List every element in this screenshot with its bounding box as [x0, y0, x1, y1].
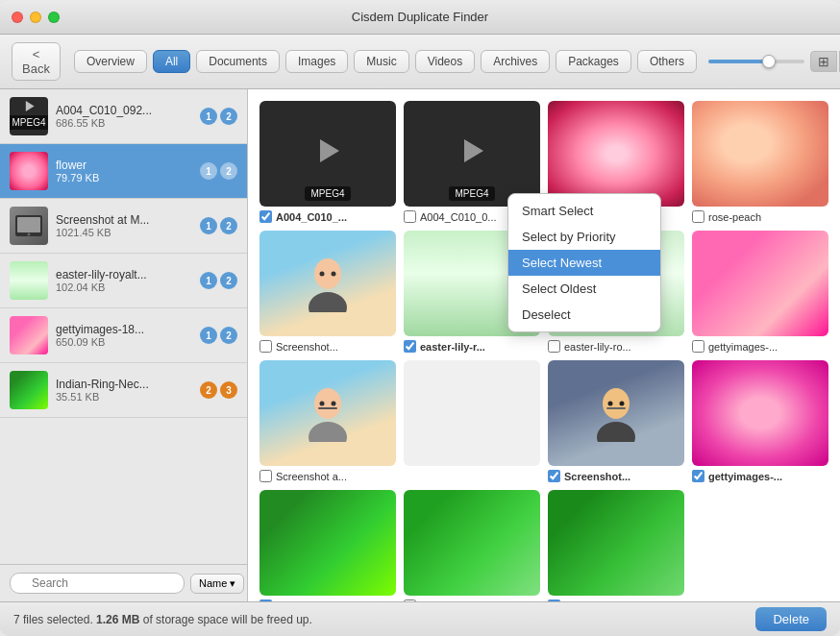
- sidebar-footer: 🔍 Name ▾: [0, 564, 247, 601]
- item-size-4: 650.09 KB: [56, 336, 192, 348]
- tab-images[interactable]: Images: [285, 50, 348, 73]
- svg-point-9: [332, 272, 336, 277]
- zoom-slider[interactable]: [708, 60, 804, 63]
- sidebar-item-3[interactable]: easter-lily-royalt... 102.04 KB 1 2: [0, 254, 247, 308]
- main-window: Cisdem Duplicate Finder < Back Overview …: [0, 0, 840, 636]
- dropdown-menu: Smart Select Select by Priority Select N…: [507, 193, 661, 332]
- grid-label-text-2-3: gettyimages-...: [708, 471, 828, 482]
- sidebar-item-5[interactable]: Indian-Ring-Nec... 35.51 KB 2 3: [0, 363, 247, 418]
- search-input[interactable]: [10, 573, 185, 594]
- badge-4-1: 1: [200, 327, 217, 344]
- item-name-4: gettyimages-18...: [56, 323, 192, 336]
- grid-label-text-3-1: Indian-Ring-...: [420, 600, 540, 602]
- sidebar: MPEG4 A004_C010_092... 686.55 KB 1 2: [0, 89, 248, 601]
- badge-0-1: 1: [200, 108, 217, 125]
- svg-rect-2: [17, 217, 40, 232]
- grid-label-text-1-2: easter-lily-ro...: [564, 341, 684, 353]
- grid-view-button[interactable]: ⊞: [810, 51, 837, 72]
- grid-label-text-1-0: Screenshot...: [276, 341, 396, 353]
- svg-marker-4: [320, 139, 339, 162]
- item-thumb-4: [10, 316, 48, 355]
- sidebar-item-0[interactable]: MPEG4 A004_C010_092... 686.55 KB 1 2: [0, 89, 247, 144]
- item-thumb-5: [10, 371, 48, 409]
- maximize-button[interactable]: [48, 12, 60, 23]
- grid-checkbox-1-3[interactable]: [692, 340, 704, 353]
- tab-overview[interactable]: Overview: [74, 50, 147, 73]
- item-name-3: easter-lily-royalt...: [56, 268, 192, 281]
- delete-button[interactable]: Delete: [755, 607, 827, 631]
- minimize-button[interactable]: [30, 12, 41, 23]
- grid-thumb-2-1: [404, 360, 540, 466]
- sort-button[interactable]: Name ▾: [190, 574, 244, 594]
- badge-2-1: 1: [200, 217, 217, 234]
- tab-others[interactable]: Others: [637, 50, 697, 73]
- grid-item-2-0: Screenshot a...: [259, 360, 396, 482]
- sidebar-item-2[interactable]: Screenshot at M... 1021.45 KB 1 2: [0, 199, 247, 254]
- grid-checkbox-0-3[interactable]: [692, 210, 704, 223]
- sidebar-item-4[interactable]: gettyimages-18... 650.09 KB 1 2: [0, 308, 247, 363]
- item-thumb-0: MPEG4: [10, 97, 48, 135]
- status-suffix: of storage space will be freed up.: [139, 613, 311, 626]
- tab-archives[interactable]: Archives: [481, 50, 550, 73]
- back-button[interactable]: < Back: [12, 42, 61, 81]
- toolbar: < Back Overview All Documents Images Mus…: [0, 35, 840, 89]
- grid-checkbox-3-0[interactable]: [259, 599, 272, 601]
- grid-checkbox-1-1[interactable]: [404, 340, 416, 353]
- grid-thumb-0-3: [692, 101, 828, 207]
- grid-thumb-1-0: [259, 231, 396, 336]
- close-button[interactable]: [12, 12, 23, 23]
- menu-item-smart-select[interactable]: Smart Select: [508, 198, 660, 224]
- menu-item-select-oldest[interactable]: Select Oldest: [508, 276, 660, 302]
- window-title: Cisdem Duplicate Finder: [352, 10, 488, 24]
- grid-item-0-0: MPEG4 A004_C010_...: [259, 101, 396, 223]
- item-thumb-1: [10, 152, 48, 190]
- grid-checkbox-2-3[interactable]: [692, 470, 704, 482]
- grid-checkbox-1-0[interactable]: [259, 340, 272, 353]
- grid-thumb-2-2: [548, 360, 684, 466]
- grid-checkbox-2-2[interactable]: [548, 470, 560, 482]
- grid-thumb-3-0: [259, 490, 396, 596]
- item-info-2: Screenshot at M... 1021.45 KB: [56, 213, 192, 238]
- grid-checkbox-0-1[interactable]: [404, 210, 416, 223]
- traffic-lights: [12, 12, 60, 23]
- grid-checkbox-2-0[interactable]: [259, 470, 272, 482]
- badge-3-1: 1: [200, 272, 217, 289]
- grid-item-3-0: Indian-Ring-...: [259, 490, 396, 601]
- tab-packages[interactable]: Packages: [556, 50, 631, 73]
- mpeg4-label-0: MPEG4: [305, 186, 350, 201]
- svg-point-3: [28, 233, 31, 236]
- menu-item-select-newest[interactable]: Select Newest: [508, 250, 660, 276]
- grid-item-2-3: gettyimages-...: [692, 360, 828, 482]
- grid-checkbox-3-1[interactable]: [404, 599, 416, 601]
- grid-thumb-2-0: [259, 360, 396, 466]
- grid-checkbox-1-2[interactable]: [548, 340, 560, 353]
- grid-thumb-0-1: MPEG4: [404, 101, 540, 207]
- grid-label-2-2: Screenshot...: [548, 470, 684, 482]
- tab-music[interactable]: Music: [354, 50, 408, 73]
- grid-label-3-0: Indian-Ring-...: [259, 599, 396, 601]
- tab-all[interactable]: All: [153, 50, 190, 73]
- badge-5-1: 2: [200, 381, 217, 399]
- tab-videos[interactable]: Videos: [415, 50, 475, 73]
- zoom-slider-area: [708, 60, 804, 63]
- menu-item-select-priority[interactable]: Select by Priority: [508, 224, 660, 250]
- item-info-1: flower 79.79 KB: [56, 159, 192, 183]
- grid-thumb-0-0: MPEG4: [259, 101, 396, 207]
- grid-label-1-0: Screenshot...: [259, 340, 396, 353]
- badge-0-2: 2: [220, 108, 237, 125]
- badge-4-2: 2: [220, 327, 237, 344]
- menu-item-deselect[interactable]: Deselect: [508, 302, 660, 328]
- grid-checkbox-0-0[interactable]: [259, 210, 272, 223]
- grid-thumb-0-2: [548, 101, 684, 207]
- sidebar-item-1[interactable]: flower 79.79 KB 1 2: [0, 144, 247, 199]
- tab-documents[interactable]: Documents: [196, 50, 280, 73]
- item-badges-2: 1 2: [200, 217, 237, 234]
- item-badges-3: 1 2: [200, 272, 237, 289]
- badge-2-2: 2: [220, 217, 237, 234]
- item-name-1: flower: [56, 159, 192, 172]
- svg-point-8: [320, 272, 325, 277]
- grid-label-text-3-0: Indian-Ring-...: [276, 600, 396, 602]
- grid-checkbox-3-2[interactable]: [548, 599, 560, 601]
- svg-point-6: [314, 258, 341, 289]
- item-size-2: 1021.45 KB: [56, 227, 192, 238]
